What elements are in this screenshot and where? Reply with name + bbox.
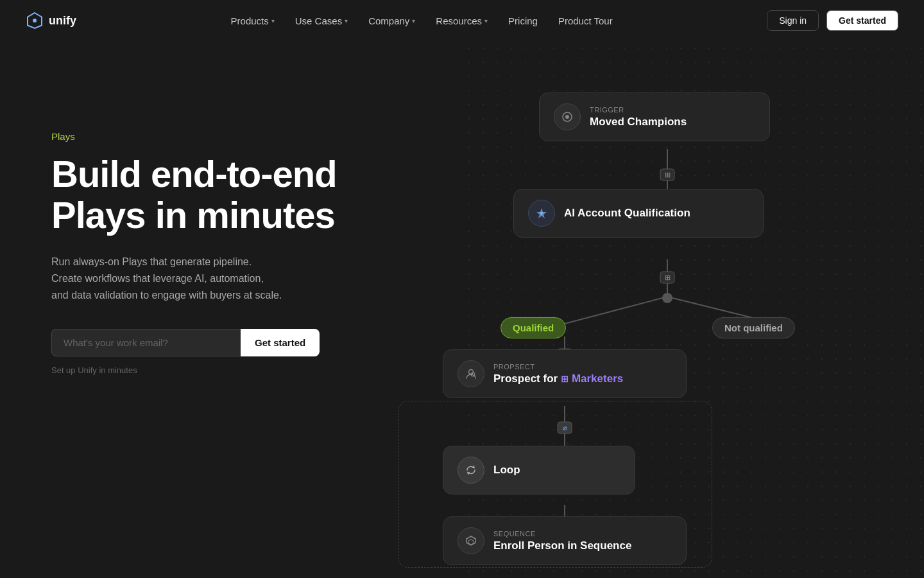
chevron-down-icon: ▾ xyxy=(345,17,348,24)
svg-point-12 xyxy=(662,293,672,303)
chevron-down-icon: ▾ xyxy=(412,17,415,24)
svg-point-33 xyxy=(469,370,474,374)
dot-background xyxy=(462,41,924,578)
workflow-diagram: ⊞ ⊞ ⊞ ⊞ xyxy=(462,41,924,578)
hero-note: Set up Unify in minutes xyxy=(51,365,337,375)
get-started-nav-button[interactable]: Get started xyxy=(826,10,898,31)
sequence-card: Sequence Enroll Person in Sequence xyxy=(443,516,687,565)
chevron-down-icon: ▾ xyxy=(484,17,488,24)
svg-line-14 xyxy=(672,298,776,324)
loop-title: Loop xyxy=(493,464,520,477)
hero-section: Plays Build end-to-end Plays in minutes … xyxy=(51,41,337,375)
svg-rect-9 xyxy=(660,272,674,283)
svg-rect-2 xyxy=(660,169,674,180)
svg-text:⊞: ⊞ xyxy=(665,274,671,281)
hero-label: Plays xyxy=(51,131,337,142)
trigger-label: Trigger xyxy=(590,106,687,114)
ai-card: AI Account Qualification xyxy=(513,189,764,238)
svg-point-34 xyxy=(471,372,475,376)
loop-icon xyxy=(458,457,484,484)
nav-actions: Sign in Get started xyxy=(767,10,898,31)
svg-rect-27 xyxy=(558,518,572,530)
marketers-tag: ⊞ Marketers xyxy=(561,372,623,385)
nav-products[interactable]: Products ▾ xyxy=(222,12,284,30)
marketers-icon: ⊞ xyxy=(561,374,569,384)
svg-text:⊞: ⊞ xyxy=(665,171,671,179)
navbar: unify Products ▾ Use Cases ▾ Company ▾ R… xyxy=(0,0,924,41)
svg-point-32 xyxy=(540,212,543,215)
svg-rect-23 xyxy=(558,450,572,462)
not-qualified-badge: Not qualified xyxy=(712,317,795,338)
nav-company[interactable]: Company ▾ xyxy=(359,12,424,30)
prospect-title: Prospect for ⊞ Marketers xyxy=(493,372,623,385)
prospect-card: Propsect Prospect for ⊞ Marketers xyxy=(443,349,687,398)
main-content: Plays Build end-to-end Plays in minutes … xyxy=(0,41,924,578)
svg-point-31 xyxy=(565,115,569,119)
hero-title: Build end-to-end Plays in minutes xyxy=(51,153,337,236)
svg-rect-5 xyxy=(660,200,674,211)
brand-name: unify xyxy=(49,14,76,28)
sequence-title: Enroll Person in Sequence xyxy=(493,539,631,552)
sequence-icon xyxy=(458,527,484,554)
hero-cta-button[interactable]: Get started xyxy=(241,329,320,356)
trigger-title: Moved Champions xyxy=(590,116,687,128)
prospect-label: Propsect xyxy=(493,363,623,371)
svg-point-30 xyxy=(563,112,572,121)
svg-point-0 xyxy=(33,19,37,22)
svg-line-13 xyxy=(565,298,662,324)
qualified-badge: Qualified xyxy=(501,317,566,338)
svg-text:⊞: ⊞ xyxy=(562,351,568,358)
nav-links: Products ▾ Use Cases ▾ Company ▾ Resourc… xyxy=(222,12,622,30)
nav-resources[interactable]: Resources ▾ xyxy=(427,12,497,30)
prospect-icon xyxy=(458,360,484,387)
trigger-icon xyxy=(554,103,581,130)
svg-text:⌀: ⌀ xyxy=(563,452,567,460)
loop-container xyxy=(398,401,712,568)
svg-rect-16 xyxy=(558,349,572,360)
logo[interactable]: unify xyxy=(26,12,76,30)
nav-product-tour[interactable]: Product Tour xyxy=(549,12,622,30)
nav-pricing[interactable]: Pricing xyxy=(499,12,547,30)
email-input[interactable] xyxy=(51,329,241,356)
connector-lines: ⊞ ⊞ ⊞ ⊞ xyxy=(462,41,924,578)
hero-description: Run always-on Plays that generate pipeli… xyxy=(51,254,321,304)
trigger-card: Trigger Moved Champions xyxy=(539,92,770,141)
sequence-label: Sequence xyxy=(493,530,631,538)
hero-form: Get started xyxy=(51,329,337,356)
sign-in-button[interactable]: Sign in xyxy=(767,10,819,31)
ai-icon xyxy=(528,200,555,227)
svg-text:⌀: ⌀ xyxy=(563,520,567,528)
ai-title: AI Account Qualification xyxy=(564,207,690,220)
svg-text:⊞: ⊞ xyxy=(665,202,671,209)
nav-use-cases[interactable]: Use Cases ▾ xyxy=(286,12,357,30)
loop-card: Loop xyxy=(443,446,635,495)
chevron-down-icon: ▾ xyxy=(271,17,275,24)
svg-text:⌀: ⌀ xyxy=(563,424,567,432)
svg-rect-20 xyxy=(558,422,572,434)
